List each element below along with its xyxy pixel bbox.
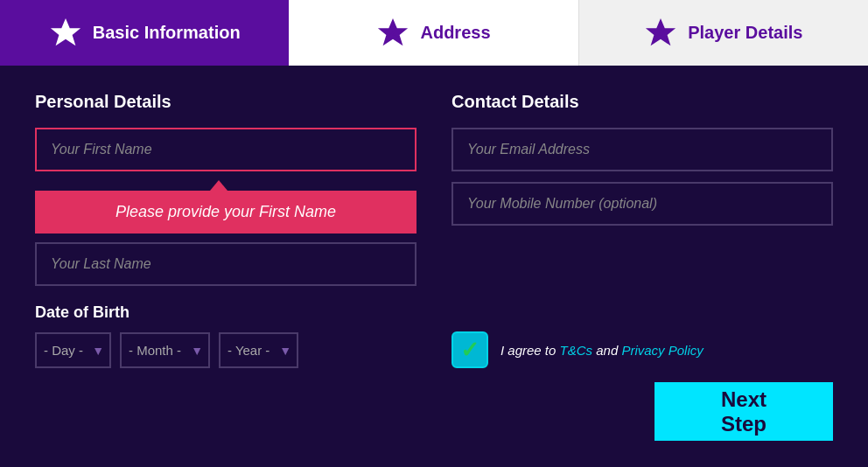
- agreement-text: I agree to T&Cs and Privacy Policy: [500, 343, 704, 358]
- year-select-wrapper: - Year - ▼: [219, 332, 298, 368]
- agreement-checkbox[interactable]: ✓: [452, 331, 488, 368]
- dob-section: Date of Birth - Day - ▼ - Month - ▼ -: [35, 303, 416, 368]
- right-bottom: ✓ I agree to T&Cs and Privacy Policy Nex…: [452, 314, 833, 441]
- step-3[interactable]: 3 Player Details: [579, 0, 868, 66]
- left-panel: Personal Details Please provide your Fir…: [35, 92, 416, 441]
- error-wrapper: Please provide your First Name: [35, 180, 416, 234]
- email-input[interactable]: [452, 128, 833, 171]
- step-2-icon: 2: [376, 17, 410, 50]
- first-name-input[interactable]: [35, 128, 416, 171]
- error-arrow: [210, 180, 228, 191]
- step-2-label: Address: [420, 23, 490, 43]
- step-2[interactable]: 2 Address: [289, 0, 578, 66]
- agreement-text-middle: and: [592, 343, 621, 358]
- steps-header: 1 Basic Information 2 Address 3 Player D…: [0, 0, 868, 66]
- dob-selects: - Day - ▼ - Month - ▼ - Year - ▼: [35, 332, 416, 368]
- step-2-number: 2: [388, 24, 397, 42]
- mobile-input[interactable]: [452, 182, 833, 226]
- day-select-wrapper: - Day - ▼: [35, 332, 111, 368]
- step-1-label: Basic Information: [93, 23, 241, 43]
- main-content: Personal Details Please provide your Fir…: [0, 66, 868, 467]
- year-select[interactable]: - Year -: [219, 332, 298, 368]
- terms-link[interactable]: T&Cs: [560, 343, 593, 358]
- next-step-button[interactable]: Next Step: [654, 382, 833, 441]
- error-message: Please provide your First Name: [35, 191, 416, 234]
- contact-details-title: Contact Details: [452, 92, 833, 112]
- last-name-wrapper: [35, 242, 416, 286]
- personal-details-title: Personal Details: [35, 92, 416, 112]
- month-select-wrapper: - Month - ▼: [120, 332, 210, 368]
- step-3-icon: 3: [644, 17, 677, 50]
- day-select[interactable]: - Day -: [35, 332, 111, 368]
- next-step-wrapper: Next Step: [452, 382, 833, 441]
- privacy-link[interactable]: Privacy Policy: [621, 343, 703, 358]
- step-1-number: 1: [61, 24, 70, 42]
- last-name-input[interactable]: [35, 242, 416, 286]
- step-1-icon: 1: [49, 17, 82, 50]
- agreement-row: ✓ I agree to T&Cs and Privacy Policy: [452, 314, 833, 368]
- right-panel: Contact Details ✓ I agree to T&Cs and Pr…: [452, 92, 833, 441]
- step-3-number: 3: [656, 24, 665, 42]
- step-3-label: Player Details: [688, 23, 802, 43]
- month-select[interactable]: - Month -: [120, 332, 210, 368]
- email-wrapper: [452, 128, 833, 171]
- mobile-wrapper: [452, 182, 833, 226]
- dob-title: Date of Birth: [35, 303, 416, 322]
- agreement-text-before: I agree to: [500, 343, 560, 358]
- step-1[interactable]: 1 Basic Information: [0, 0, 289, 66]
- checkmark-icon: ✓: [460, 337, 480, 364]
